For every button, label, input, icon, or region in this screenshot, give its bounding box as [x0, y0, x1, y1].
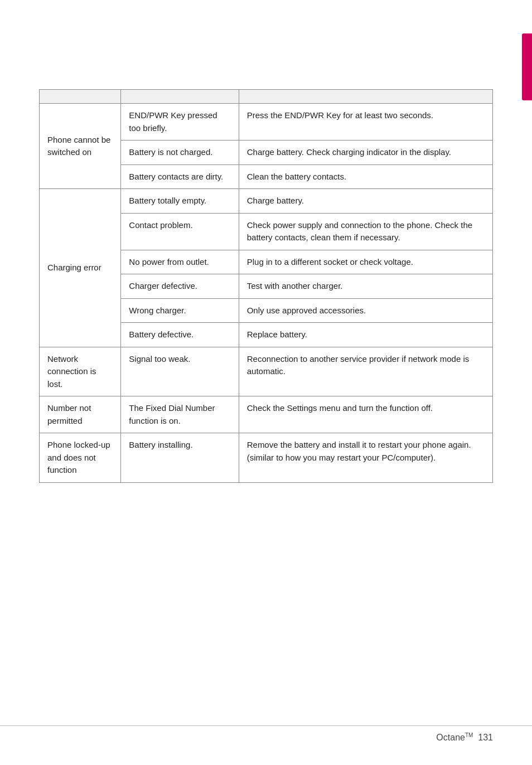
- symptom-cell-2: Network connection is lost.: [40, 347, 121, 396]
- cause-cell-1-4: Wrong charger.: [121, 298, 239, 323]
- measure-cell-1-1: Check power supply and connection to the…: [239, 213, 492, 250]
- measure-cell-3-0: Check the Settings menu and turn the fun…: [239, 396, 492, 433]
- footer-line: [0, 725, 532, 726]
- cause-cell-1-3: Charger defective.: [121, 274, 239, 299]
- cause-cell-1-1: Contact problem.: [121, 213, 239, 250]
- measure-cell-1-3: Test with another charger.: [239, 274, 492, 299]
- measure-cell-0-2: Clean the battery contacts.: [239, 164, 492, 189]
- symptom-cell-0: Phone cannot be switched on: [40, 104, 121, 189]
- cause-cell-1-2: No power from outlet.: [121, 250, 239, 274]
- page-content: Phone cannot be switched onEND/PWR Key p…: [0, 0, 532, 550]
- cause-cell-4-0: Battery installing.: [121, 433, 239, 483]
- measure-cell-1-4: Only use approved accessories.: [239, 298, 492, 323]
- cause-cell-0-2: Battery contacts are dirty.: [121, 164, 239, 189]
- header-symptom: [40, 90, 121, 104]
- cause-cell-1-0: Battery totally empty.: [121, 189, 239, 214]
- measure-cell-4-0: Remove the battery and install it to res…: [239, 433, 492, 483]
- footer-text: OctaneTM 131: [436, 732, 493, 743]
- cause-cell-1-5: Battery defective.: [121, 323, 239, 347]
- cause-cell-0-0: END/PWR Key pressed too briefly.: [121, 104, 239, 141]
- cause-cell-2-0: Signal too weak.: [121, 347, 239, 396]
- trademark-symbol: TM: [465, 732, 473, 738]
- measure-cell-2-0: Reconnection to another service provider…: [239, 347, 492, 396]
- brand-name: OctaneTM 131: [436, 733, 493, 742]
- measure-cell-1-5: Replace battery.: [239, 323, 492, 347]
- symptom-cell-3: Number not permitted: [40, 396, 121, 433]
- header-measures: [239, 90, 492, 104]
- cause-cell-3-0: The Fixed Dial Number function is on.: [121, 396, 239, 433]
- header-causes: [121, 90, 239, 104]
- symptom-cell-1: Charging error: [40, 189, 121, 347]
- troubleshooting-table: Phone cannot be switched onEND/PWR Key p…: [39, 89, 493, 483]
- right-tab-decoration: [522, 33, 532, 100]
- measure-cell-0-1: Charge battery. Check charging indicator…: [239, 141, 492, 165]
- symptom-cell-4: Phone locked-up and does not function: [40, 433, 121, 483]
- cause-cell-0-1: Battery is not charged.: [121, 141, 239, 165]
- measure-cell-0-0: Press the END/PWR Key for at least two s…: [239, 104, 492, 141]
- measure-cell-1-0: Charge battery.: [239, 189, 492, 214]
- measure-cell-1-2: Plug in to a different socket or check v…: [239, 250, 492, 274]
